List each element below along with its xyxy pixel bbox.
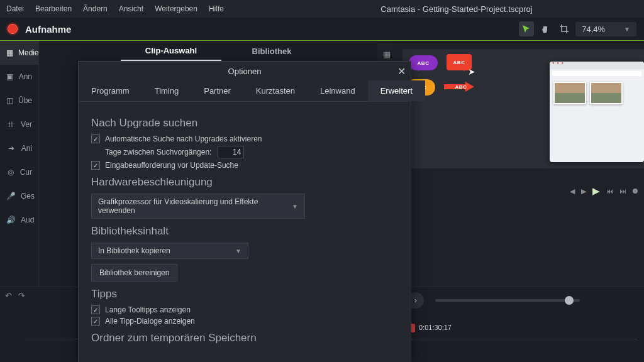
sidebar-item-label: Ver (21, 120, 32, 129)
behavior-icon: ⁞⁞ (6, 120, 16, 129)
checkbox-prompt[interactable]: ✓ (91, 161, 100, 170)
combo-hw[interactable]: Grafikprozessor für Videoskalierung und … (91, 194, 305, 219)
crop-tool-icon[interactable] (557, 21, 572, 36)
window-title: Camtasia - Getting-Started-Project.tscpr… (380, 4, 532, 14)
prev-frame-icon[interactable]: ◀ (570, 187, 575, 195)
dlg-tab-kurztasten[interactable]: Kurztasten (243, 80, 308, 101)
sidebar-voice[interactable]: 🎤Ges (0, 184, 38, 208)
button-clean-lib[interactable]: Bibliothek bereinigen (91, 264, 177, 282)
sidebar-item-label: Medien (18, 48, 38, 57)
step-back-icon[interactable]: ▶ (581, 187, 586, 195)
canvas-stage: ABC ABC ABC ABC ➤ (402, 49, 644, 168)
menu-hilfe[interactable]: Hilfe (209, 4, 224, 13)
heading-upgrade: Nach Upgrade suchen (91, 117, 398, 129)
sidebar-medien[interactable]: ▦Medien (0, 41, 38, 65)
menu-aendern[interactable]: Ändern (83, 4, 108, 13)
dialog-title: Optionen (228, 67, 262, 76)
chevron-down-icon: ▼ (624, 26, 630, 33)
sidebar-transitions[interactable]: ◫Übe (0, 89, 38, 112)
sidebar-behaviors[interactable]: ⁞⁞Ver (0, 112, 38, 136)
transition-icon: ◫ (6, 96, 13, 105)
close-icon[interactable]: ✕ (397, 65, 406, 77)
heading-tips: Tipps (91, 288, 398, 300)
callout-arrow[interactable]: ABC (444, 82, 474, 92)
animation-icon: ➔ (6, 144, 16, 153)
checkbox-all-tips[interactable]: ✓ (91, 317, 100, 326)
callout-purple[interactable]: ABC (409, 55, 438, 70)
playhead-time: 0:01:30;17 (419, 324, 452, 331)
input-days[interactable] (218, 146, 244, 158)
media-icon: ▦ (6, 48, 13, 57)
canvas[interactable]: ABC ABC ABC ABC ➤ (396, 43, 644, 292)
combo-lib[interactable]: In Bibliothek kopieren▼ (91, 243, 248, 259)
dlg-tab-erweitert[interactable]: Erweitert (368, 80, 425, 101)
dlg-tab-partner[interactable]: Partner (191, 80, 243, 101)
heading-lib: Bibliotheksinhalt (91, 225, 398, 238)
zoom-value: 74,4% (582, 25, 605, 34)
next-marker-icon[interactable]: ⏭ (619, 187, 626, 195)
heading-temp: Ordner zum temporären Speichern (91, 332, 398, 344)
pan-tool-icon[interactable] (538, 21, 553, 36)
label-auto-upgrade: Automatische Suche nach Upgrades aktivie… (105, 134, 262, 143)
sidebar-item-label: Cur (20, 168, 32, 177)
mouse-cursor-icon: ➤ (468, 67, 475, 77)
menu-weitergeben[interactable]: Weitergeben (155, 4, 197, 13)
mic-icon: 🎤 (6, 192, 16, 200)
loop-icon[interactable] (633, 189, 638, 194)
tab-clip-auswahl[interactable]: Clip-Auswahl (121, 41, 221, 61)
undo-icon[interactable]: ↶ (5, 291, 12, 300)
combo-lib-label: In Bibliothek kopieren (98, 246, 170, 255)
sidebar-annotations[interactable]: ▣Ann (0, 65, 38, 89)
menu-ansicht[interactable]: Ansicht (119, 4, 143, 13)
zoom-slider[interactable] (435, 299, 580, 302)
heading-hw: Hardwarebeschleunigung (91, 176, 398, 189)
label-long-tips: Lange Tooltipps anzeigen (105, 305, 191, 314)
callout-label: ABC (455, 84, 467, 90)
sidebar-item-label: Ann (19, 72, 32, 81)
zoom-select[interactable]: 74,4% ▼ (575, 22, 636, 36)
menu-bearbeiten[interactable]: Bearbeiten (35, 4, 72, 13)
sidebar-item-label: Ges (21, 192, 35, 200)
dlg-tab-programm[interactable]: Programm (79, 80, 142, 101)
label-all-tips: Alle Tipp-Dialoge anzeigen (105, 317, 195, 326)
prev-marker-icon[interactable]: ⏮ (606, 187, 613, 195)
dlg-tab-leinwand[interactable]: Leinwand (308, 80, 368, 101)
sidebar-animations[interactable]: ➔Ani (0, 136, 38, 160)
browser-mockup (550, 62, 644, 162)
thumb-image (553, 82, 586, 104)
sidebar-item-label: Aud (21, 216, 34, 224)
record-icon[interactable] (8, 24, 18, 34)
sidebar-item-label: Ani (21, 144, 32, 153)
checkbox-auto-upgrade[interactable]: ✓ (91, 134, 100, 143)
tab-bibliothek[interactable]: Bibliothek (221, 41, 322, 61)
sidebar-audio[interactable]: 🔊Aud (0, 208, 38, 232)
redo-icon[interactable]: ↷ (18, 291, 25, 300)
thumb-image (590, 82, 623, 104)
select-tool-icon[interactable] (519, 21, 534, 36)
label-days: Tage zwischen Suchvorgängen: (105, 148, 211, 156)
slider-knob[interactable] (565, 296, 574, 305)
sidebar: ▦Medien ▣Ann ◫Übe ⁞⁞Ver ➔Ani ◎Cur 🎤Ges 🔊… (0, 41, 39, 286)
sidebar-cursor[interactable]: ◎Cur (0, 160, 38, 184)
record-button[interactable]: Aufnahme (25, 24, 71, 35)
sidebar-item-label: Übe (18, 96, 32, 105)
toolbar: Aufnahme 74,4% ▼ (0, 18, 644, 40)
cursor-fx-icon: ◎ (6, 168, 15, 177)
timeline-nav: ‹ › (386, 292, 580, 309)
canvas-media-icon[interactable]: ▦ (377, 47, 396, 62)
chevron-down-icon: ▼ (235, 248, 242, 255)
timeline-tools: ↶ ↷ (5, 291, 25, 300)
play-icon[interactable]: ▶ (592, 185, 600, 197)
playback-controls: ◀ ▶ ▶ ⏮ ⏭ (382, 185, 638, 197)
speaker-icon: 🔊 (6, 216, 16, 224)
checkbox-long-tips[interactable]: ✓ (91, 305, 100, 314)
chevron-down-icon: ▼ (292, 203, 298, 210)
annotation-icon: ▣ (6, 72, 14, 81)
menubar: Datei Bearbeiten Ändern Ansicht Weiterge… (0, 0, 644, 18)
options-dialog: Optionen ✕ Programm Timing Partner Kurzt… (78, 61, 411, 362)
dlg-tab-timing[interactable]: Timing (142, 80, 192, 101)
label-prompt: Eingabeaufforderung vor Update-Suche (105, 161, 238, 170)
menu-datei[interactable]: Datei (6, 4, 24, 13)
dialog-tabs: Programm Timing Partner Kurztasten Leinw… (79, 80, 411, 102)
combo-hw-label: Grafikprozessor für Videoskalierung und … (98, 197, 292, 215)
